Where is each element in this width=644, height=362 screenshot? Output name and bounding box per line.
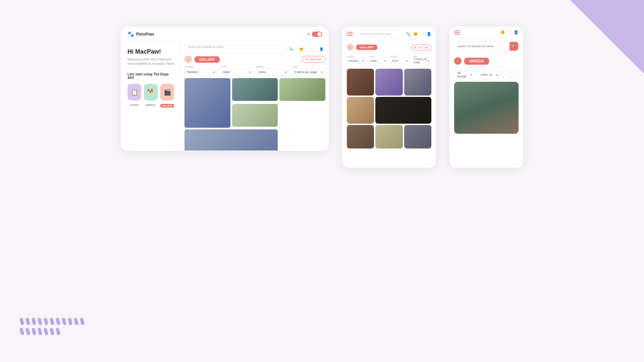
type-filter-select[interactable]: Static ∨ xyxy=(220,69,254,75)
breeds-hamburger-line-2 xyxy=(454,32,460,33)
photo-3[interactable] xyxy=(279,78,325,101)
mobile-search-icon[interactable]: 🔍 xyxy=(406,32,411,36)
mobile-type-chevron: ∨ xyxy=(384,59,386,62)
breeds-limit-chevron: ∨ xyxy=(496,73,498,76)
mobile-order-select[interactable]: Random ∨ xyxy=(347,58,366,64)
smile-icon-btn[interactable]: 😊 xyxy=(297,45,305,53)
dot-14 xyxy=(31,327,36,336)
mobile-photo-1[interactable] xyxy=(347,69,374,96)
breeds-card[interactable]: 🐕 xyxy=(144,84,158,101)
breed-filter-select[interactable]: None ∨ xyxy=(256,69,289,75)
breeds-sort-buttons: ↑ ↓ xyxy=(502,71,519,78)
photo-4[interactable] xyxy=(232,104,278,127)
breeds-search-button[interactable]: 🔍 xyxy=(509,42,518,51)
mobile-limit-select[interactable]: 5 items per page ∨ xyxy=(412,58,431,64)
mobile-limit-filter: LIMIT 5 items per page ∨ xyxy=(412,56,431,64)
welcome-subtitle: Welcome to MSI 2021 Front-end test compl… xyxy=(127,57,174,66)
lets-start-label: Lets start using The Dogs API! xyxy=(127,72,174,80)
mobile-breed-chevron: ∨ xyxy=(406,59,408,62)
desktop-gallery-tab[interactable]: GALLERY xyxy=(195,56,220,63)
mobile-photo-3[interactable] xyxy=(404,69,431,96)
mobile-user-icon[interactable]: 👤 xyxy=(427,32,431,36)
mobile-type-select[interactable]: Static ∨ xyxy=(369,58,388,64)
breeds-sort-asc-button[interactable]: ↑ xyxy=(502,71,510,78)
mobile-heart-icon[interactable]: ♡ xyxy=(421,32,424,36)
photo-2[interactable] xyxy=(232,78,278,101)
desktop-filters: ORDER Random ∨ TYPE Static ∨ xyxy=(184,66,325,75)
dot-2 xyxy=(25,317,30,325)
mobile-menu-button[interactable] xyxy=(347,32,353,36)
breeds-smile-icon[interactable]: 😊 xyxy=(500,30,505,35)
desktop-back-button[interactable]: ‹ xyxy=(184,56,192,63)
breeds-user-icon[interactable]: 👤 xyxy=(514,30,519,35)
breeds-limit-value: Limit: 10 xyxy=(481,73,492,76)
limit-filter-select[interactable]: 5 items per page ∨ xyxy=(292,69,325,75)
dot-9 xyxy=(67,317,72,325)
breeds-label: BREEDS xyxy=(144,104,158,108)
mobile-photo-5[interactable] xyxy=(375,97,431,124)
mobile-upload-button[interactable]: ⬆ UPLOAD xyxy=(411,45,431,50)
gallery-card[interactable]: 🎬 xyxy=(160,84,174,101)
dot-13 xyxy=(25,327,30,336)
type-filter-label: TYPE xyxy=(220,66,254,68)
toggle-area[interactable] xyxy=(307,32,322,37)
paw-icon: 🐾 xyxy=(127,31,134,37)
order-filter-select[interactable]: Random ∨ xyxy=(184,69,218,75)
mobile-order-chevron: ∨ xyxy=(362,59,364,62)
desktop-sidebar: Hi MacPaw! Welcome to MSI 2021 Front-end… xyxy=(121,42,181,150)
mobile-type-filter: TYPE Static ∨ xyxy=(369,56,388,64)
mobile-gallery-tab[interactable]: GALLERY xyxy=(356,45,377,50)
desktop-photo-grid xyxy=(184,78,325,150)
breeds-heart-icon[interactable]: ♡ xyxy=(508,30,511,35)
voting-label: VOTING xyxy=(127,104,141,108)
dot-16 xyxy=(43,327,48,336)
gallery-label[interactable]: GALLERY xyxy=(160,104,174,108)
breeds-icon-row: 😊 ♡ 👤 xyxy=(500,30,519,35)
breeds-all-select[interactable]: All breeds ∨ xyxy=(454,70,476,79)
heart-icon-btn[interactable]: ♡ xyxy=(307,45,315,53)
hamburger-line-2 xyxy=(347,34,353,34)
mobile-smile-icon[interactable]: 😊 xyxy=(413,32,418,36)
mobile-photo-8[interactable] xyxy=(404,125,431,148)
limit-chevron-icon: ∨ xyxy=(321,70,323,74)
theme-toggle[interactable] xyxy=(312,32,322,37)
logo-text: PetsPaw xyxy=(136,32,154,37)
mobile-order-filter: ORDER Random ∨ xyxy=(347,56,366,64)
photo-5[interactable] xyxy=(184,129,278,150)
breeds-limit-select[interactable]: Limit: 10 ∨ xyxy=(478,70,501,79)
voting-card[interactable]: 📋 xyxy=(127,84,141,101)
welcome-title: Hi MacPaw! xyxy=(127,48,174,55)
desktop-search-input[interactable]: Search for breeds by name xyxy=(184,45,285,53)
mobile-photo-7[interactable] xyxy=(375,125,402,148)
desktop-upload-button[interactable]: ⬆ UPLOAD xyxy=(302,56,325,63)
breeds-photo-inner xyxy=(454,82,519,134)
breeds-menu-button[interactable] xyxy=(454,31,460,35)
mobile-limit-chevron: ∨ xyxy=(428,59,430,62)
breeds-sort-desc-button[interactable]: ↓ xyxy=(511,71,519,78)
breeds-all-chevron: ∨ xyxy=(470,73,473,76)
dot-12 xyxy=(19,327,24,336)
action-cards: 📋 🐕 🎬 xyxy=(127,84,174,101)
dot-15 xyxy=(37,327,42,336)
mobile-gallery-back-button[interactable]: ‹ xyxy=(347,44,354,51)
user-icon-btn[interactable]: 👤 xyxy=(317,45,325,53)
mobile-breed-select[interactable]: None ∨ xyxy=(390,58,410,64)
mobile-breed-value: None xyxy=(392,59,398,62)
breeds-photo[interactable] xyxy=(454,82,519,134)
search-icon-btn[interactable]: 🔍 xyxy=(287,45,295,53)
mobile-photo-4[interactable] xyxy=(347,97,374,124)
desktop-body: Hi MacPaw! Welcome to MSI 2021 Front-end… xyxy=(121,42,329,150)
mobile-photo-2[interactable] xyxy=(375,69,402,96)
mobile-photo-6[interactable] xyxy=(347,125,374,148)
breeds-tab[interactable]: BREEDS xyxy=(464,58,489,65)
breeds-all-value: All breeds xyxy=(457,71,470,78)
mobile-limit-value: 5 items per page xyxy=(414,58,428,64)
photo-1[interactable] xyxy=(184,78,230,128)
breeds-back-button[interactable]: ‹ xyxy=(454,57,462,65)
type-filter-value: Static xyxy=(223,70,230,74)
breeds-filter-row: All breeds ∨ Limit: 10 ∨ ↑ ↓ xyxy=(449,68,523,82)
dot-4 xyxy=(37,317,42,325)
mobile-gallery-search[interactable]: Search for breeds by name xyxy=(356,30,402,38)
mobile-gallery-header: Search for breeds by name 🔍 😊 ♡ 👤 xyxy=(342,27,436,41)
breeds-search-input[interactable] xyxy=(454,42,509,51)
